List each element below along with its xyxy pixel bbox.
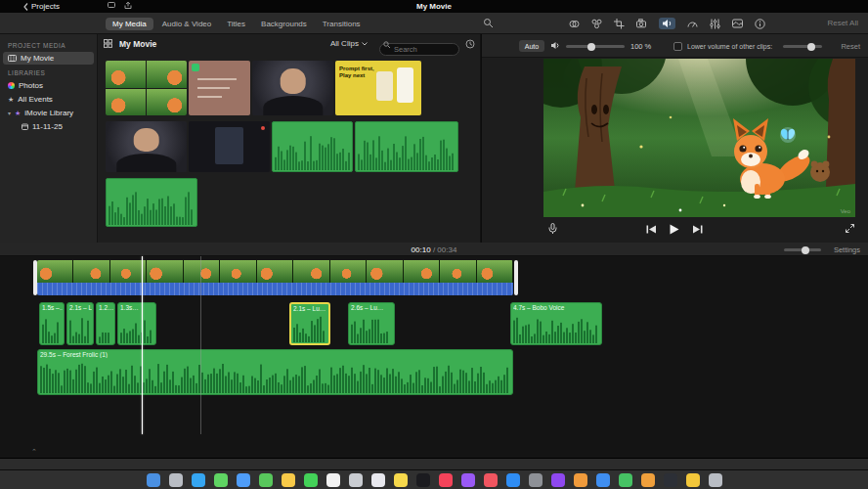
dock-app-imovie[interactable] (551, 473, 565, 487)
webcam-clip-2[interactable] (106, 121, 187, 172)
dock-app-contacts[interactable] (349, 473, 363, 487)
video-clip-filmstrip[interactable] (37, 260, 513, 283)
fullscreen-icon[interactable] (846, 224, 854, 233)
dock-app-maps[interactable] (259, 473, 273, 487)
sidebar-item-my-movie[interactable]: My Movie (3, 52, 94, 65)
phone-mockup (397, 67, 413, 103)
waveform (108, 190, 195, 225)
tab-backgrounds[interactable]: Backgrounds (254, 18, 314, 30)
timeline-scrollbar[interactable] (0, 458, 868, 469)
dock-app-mail[interactable] (237, 473, 250, 487)
dock-app-garageband[interactable] (574, 473, 587, 487)
volume-slider-knob[interactable] (587, 43, 595, 51)
share-icon[interactable] (124, 2, 132, 9)
tab-my-media[interactable]: My Media (106, 18, 153, 30)
filters-icon[interactable] (732, 19, 743, 28)
dock-app-trash[interactable] (709, 473, 722, 487)
reset-all-button[interactable]: Reset All (827, 19, 858, 27)
dock-app-settings[interactable] (529, 473, 542, 487)
dock-app-numbers[interactable] (619, 473, 632, 487)
recent-imports-icon[interactable] (465, 39, 475, 49)
volume-slider[interactable] (566, 45, 625, 48)
display-icon[interactable] (108, 2, 115, 9)
audio-clip-2[interactable] (355, 121, 458, 172)
color-correction-icon[interactable] (591, 19, 602, 29)
sidebar-item-11-11-25[interactable]: 11-11-25 (17, 120, 94, 133)
dock-app-appstore[interactable] (506, 473, 520, 487)
search-field[interactable] (379, 38, 459, 51)
sidebar-item-imovie-library[interactable]: ▾★iMovie Library (3, 107, 94, 119)
dock-app-finder[interactable] (147, 473, 160, 487)
reset-button[interactable]: Reset (841, 42, 860, 51)
play-button[interactable] (670, 224, 679, 235)
tab-titles[interactable]: Titles (220, 18, 252, 30)
clip-trim-handle-right[interactable] (514, 260, 518, 295)
noise-reduction-icon[interactable] (687, 19, 698, 28)
fox-scenes-clip[interactable] (106, 61, 187, 115)
timeline-collapse-icon[interactable]: ⌃ (31, 448, 37, 456)
sidebar-item-all-events[interactable]: ★All Events (3, 93, 94, 106)
timeline-audio-clip[interactable]: 2.6s – Lu… (348, 302, 395, 345)
info-icon[interactable] (755, 19, 765, 29)
dock-app-tv[interactable] (416, 473, 430, 487)
skip-forward-button[interactable] (693, 225, 703, 234)
timeline-audio-clip[interactable]: 1.3s… (117, 302, 156, 345)
screen-recording-clip[interactable] (189, 121, 270, 172)
lower-volume-knob[interactable] (807, 43, 815, 51)
dock-app-keynote[interactable] (596, 473, 610, 487)
sidebar-item-photos[interactable]: Photos (3, 79, 94, 92)
timeline-audio-clip[interactable]: 1.2… (96, 302, 115, 345)
dock-app-messages[interactable] (214, 473, 228, 487)
timeline-audio-clip[interactable]: 2.1s – L… (66, 302, 94, 345)
search-input[interactable] (379, 43, 459, 56)
dock-app-reminders[interactable] (371, 473, 385, 487)
timeline-settings-button[interactable]: Settings (834, 245, 860, 254)
dock-app-launchpad[interactable] (169, 473, 183, 487)
audio-clip-1[interactable] (272, 121, 353, 172)
video-preview[interactable]: Veo (543, 59, 855, 217)
stabilization-icon[interactable] (636, 19, 647, 28)
dock-app-safari[interactable] (192, 473, 205, 487)
color-balance-icon[interactable] (569, 19, 580, 29)
dock-app-chrome[interactable] (686, 473, 700, 487)
dock-app-music[interactable] (439, 473, 453, 487)
webcam-clip[interactable] (252, 61, 333, 115)
timeline-audio-clip[interactable]: 4.7s – Bobo Voice (510, 302, 602, 345)
lower-volume-slider[interactable] (783, 45, 822, 48)
playhead[interactable] (142, 256, 143, 434)
waveform (512, 316, 598, 343)
timeline[interactable]: 1.5s –…2.1s – L…1.2…1.3s…2.1s – Lu…2.6s … (0, 256, 868, 458)
clip-size-knob[interactable] (802, 246, 809, 254)
video-clip-audio-track[interactable] (37, 283, 513, 295)
dock-app-pages[interactable] (641, 473, 655, 487)
dock-app-photos[interactable] (282, 473, 295, 487)
clip-size-slider[interactable] (784, 248, 821, 251)
volume-icon[interactable] (659, 18, 675, 29)
timeline-audio-clip[interactable]: 2.1s – Lu… (289, 302, 330, 345)
equalizer-icon[interactable] (710, 19, 720, 29)
script-clip[interactable] (189, 61, 250, 115)
tab-transitions[interactable]: Transitions (316, 18, 368, 30)
auto-volume-button[interactable]: Auto (519, 40, 544, 52)
clip-filter-dropdown[interactable]: All Clips (330, 39, 368, 48)
dock-app-podcasts[interactable] (461, 473, 475, 487)
dock-app-notes[interactable] (394, 473, 408, 487)
audio-clip-3[interactable] (106, 178, 197, 227)
lower-volume-checkbox[interactable] (673, 42, 682, 51)
dock-app-terminal[interactable] (664, 473, 677, 487)
microphone-icon[interactable] (548, 223, 557, 235)
media-grid-icon[interactable] (104, 39, 112, 48)
watermark: Veo (841, 208, 850, 214)
prompt-clip[interactable]: Prompt first, Play next (335, 61, 421, 115)
timeline-audio-clip[interactable]: 1.5s –… (39, 302, 65, 345)
tab-audio-video[interactable]: Audio & Video (155, 18, 219, 30)
crop-icon[interactable] (614, 19, 625, 29)
background-music-clip[interactable]: 29.5s – Forest Frolic (1) (37, 349, 513, 395)
dock-app-news[interactable] (484, 473, 498, 487)
dock-app-calendar[interactable] (326, 473, 340, 487)
chevron-down-icon[interactable]: ▾ (8, 111, 11, 116)
zoom-icon[interactable] (483, 18, 494, 28)
back-to-projects-button[interactable]: Projects (23, 2, 60, 11)
dock-app-facetime[interactable] (304, 473, 318, 487)
skip-back-button[interactable] (646, 225, 656, 234)
